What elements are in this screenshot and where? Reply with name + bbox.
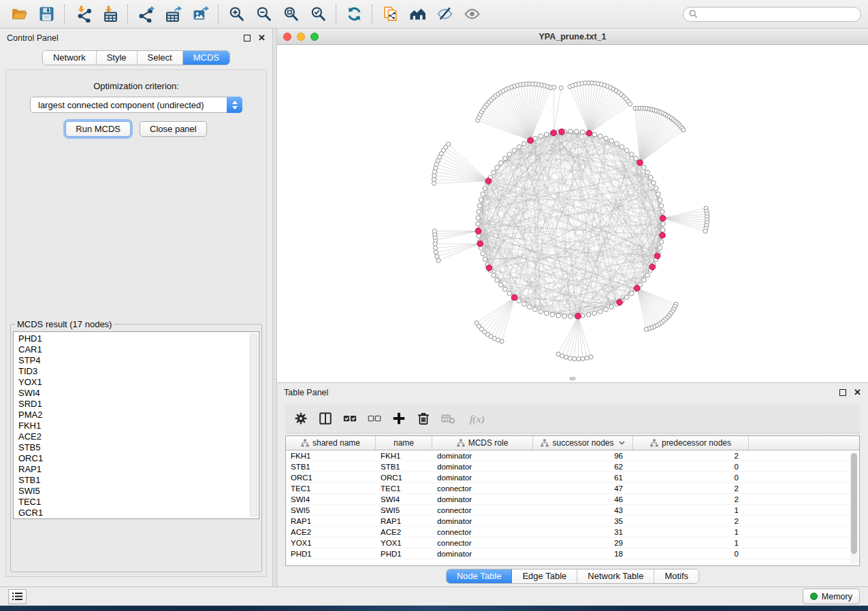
table-row[interactable]: SWI5SWI5connector431	[286, 505, 859, 516]
result-list-item[interactable]: STP4	[18, 355, 259, 366]
result-list-item[interactable]: TID3	[18, 366, 259, 377]
table-cell[interactable]: 31	[533, 528, 633, 536]
table-cell[interactable]: connector	[432, 528, 533, 536]
table-cell[interactable]: FKH1	[286, 452, 376, 460]
table-cell[interactable]: SWI4	[286, 495, 376, 503]
table-row[interactable]: ACE2ACE2connector311	[286, 527, 859, 538]
horizontal-splitter-handle[interactable]	[570, 377, 576, 380]
add-column-button[interactable]	[391, 408, 406, 429]
tab-select[interactable]: Select	[138, 51, 183, 65]
result-list-item[interactable]: YOX1	[18, 377, 259, 388]
export-network-button[interactable]	[133, 3, 158, 26]
column-header-name[interactable]: name	[376, 436, 432, 450]
result-list-item[interactable]: RAP1	[18, 464, 259, 475]
table-cell[interactable]: connector	[432, 539, 533, 547]
table-cell[interactable]: 43	[533, 506, 633, 514]
close-panel-button[interactable]: Close panel	[140, 121, 207, 137]
table-cell[interactable]: STB1	[376, 463, 432, 471]
table-scrollbar-thumb[interactable]	[851, 453, 857, 554]
table-cell[interactable]: RAP1	[286, 517, 376, 525]
table-cell[interactable]: RAP1	[376, 517, 432, 525]
table-cell[interactable]: dominator	[432, 452, 533, 460]
table-cell[interactable]: ORC1	[286, 474, 376, 482]
memory-button[interactable]: Memory	[803, 589, 860, 604]
tab-style[interactable]: Style	[97, 51, 138, 65]
table-cell[interactable]: 46	[533, 495, 633, 503]
table-cell[interactable]: dominator	[432, 550, 533, 558]
tab-network[interactable]: Network	[43, 51, 97, 65]
result-list-item[interactable]: FKH1	[18, 420, 259, 431]
search-box[interactable]	[683, 7, 861, 22]
close-panel-icon[interactable]: ✕	[258, 35, 266, 42]
table-cell[interactable]: 2	[633, 484, 749, 493]
first-neighbors-button[interactable]	[405, 3, 430, 26]
table-row[interactable]: TEC1TEC1connector472	[286, 483, 859, 494]
zoom-fit-button[interactable]	[278, 3, 303, 26]
table-cell[interactable]: PHD1	[286, 550, 376, 558]
split-panel-button[interactable]	[318, 408, 333, 429]
table-cell[interactable]: 1	[633, 506, 749, 514]
table-cell[interactable]: 1	[633, 528, 749, 536]
table-cell[interactable]: STB1	[286, 463, 376, 471]
table-cell[interactable]: 0	[633, 550, 749, 558]
zoom-in-button[interactable]	[224, 3, 248, 26]
tab-motifs[interactable]: Motifs	[654, 569, 698, 583]
show-all-button[interactable]	[460, 3, 484, 26]
save-session-button[interactable]	[34, 3, 59, 26]
result-list-item[interactable]: GCR1	[18, 508, 259, 518]
duplicate-network-button[interactable]	[378, 3, 402, 26]
result-list-item[interactable]: ORC1	[18, 453, 259, 464]
criterion-dropdown[interactable]: largest connected component (undirected)	[30, 97, 242, 113]
table-cell[interactable]: 2	[633, 517, 749, 525]
network-graph[interactable]	[277, 45, 868, 383]
result-list-scrollbar-thumb[interactable]	[251, 333, 257, 517]
tab-mcds[interactable]: MCDS	[183, 51, 229, 65]
result-list-item[interactable]: PMA2	[18, 410, 259, 420]
export-image-button[interactable]	[188, 3, 212, 26]
table-cell[interactable]: 29	[533, 539, 633, 547]
result-list-item[interactable]: STB5	[18, 442, 259, 453]
table-cell[interactable]: 18	[533, 550, 633, 558]
table-cell[interactable]: dominator	[432, 463, 533, 471]
result-list-item[interactable]: SWI5	[18, 486, 259, 497]
import-table-button[interactable]	[97, 3, 122, 26]
result-list-item[interactable]: ACE2	[18, 431, 259, 442]
table-cell[interactable]: 61	[533, 474, 633, 482]
result-list-item[interactable]: STB1	[18, 475, 259, 486]
float-table-panel-icon[interactable]	[839, 389, 846, 396]
task-history-button[interactable]	[8, 589, 27, 604]
table-row[interactable]: FKH1FKH1dominator962	[286, 450, 859, 461]
search-input[interactable]	[701, 10, 855, 19]
table-cell[interactable]: TEC1	[286, 484, 376, 493]
vertical-splitter[interactable]	[272, 29, 277, 587]
column-header-MCDS-role[interactable]: MCDS role	[432, 436, 533, 450]
open-file-button[interactable]	[7, 3, 31, 26]
refresh-button[interactable]	[342, 3, 366, 26]
result-list-scrollbar[interactable]	[249, 333, 258, 518]
mcds-result-listbox[interactable]: PHD1CAR1STP4TID3YOX1SWI4SRD1PMA2FKH1ACE2…	[13, 331, 259, 519]
table-cell[interactable]: SWI5	[286, 506, 376, 514]
table-cell[interactable]: TEC1	[376, 484, 432, 493]
float-panel-icon[interactable]	[244, 35, 251, 42]
table-cell[interactable]: connector	[432, 484, 533, 493]
table-cell[interactable]: 47	[533, 484, 633, 493]
table-cell[interactable]: ACE2	[376, 528, 432, 536]
table-cell[interactable]: 0	[633, 463, 749, 471]
table-cell[interactable]: 2	[633, 452, 749, 460]
table-cell[interactable]: PHD1	[376, 550, 432, 558]
table-cell[interactable]: 1	[633, 539, 749, 547]
table-cell[interactable]: ORC1	[376, 474, 432, 482]
deselect-all-button[interactable]	[367, 408, 382, 429]
table-cell[interactable]: 0	[633, 474, 749, 482]
table-cell[interactable]: connector	[432, 506, 533, 514]
table-cell[interactable]: dominator	[432, 517, 533, 525]
zoom-selected-button[interactable]	[306, 3, 330, 26]
export-table-button[interactable]	[161, 3, 185, 26]
table-cell[interactable]: 96	[533, 452, 633, 460]
result-list-item[interactable]: PHD1	[18, 333, 259, 344]
select-all-button[interactable]	[342, 408, 357, 429]
table-cell[interactable]: SWI4	[376, 495, 432, 503]
import-network-button[interactable]	[70, 3, 95, 26]
table-cell[interactable]: SWI5	[376, 506, 432, 514]
hide-selected-button[interactable]	[432, 3, 457, 26]
